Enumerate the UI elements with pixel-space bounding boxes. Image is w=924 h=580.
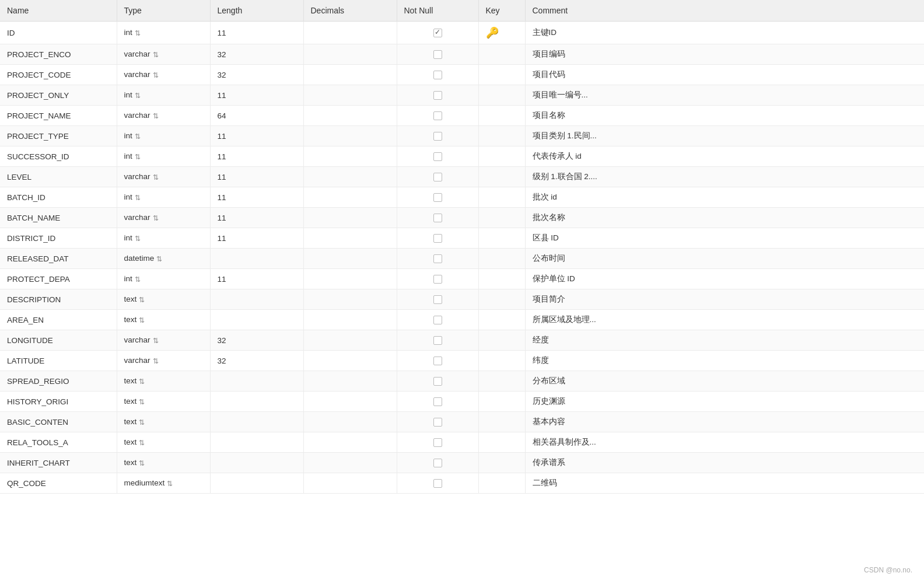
cell-notnull[interactable]: [397, 146, 478, 167]
cell-notnull[interactable]: [397, 330, 478, 351]
cell-notnull[interactable]: [397, 22, 478, 44]
sort-icon[interactable]: ⇅: [156, 255, 162, 263]
notnull-checkbox[interactable]: [433, 275, 442, 284]
notnull-checkbox[interactable]: [433, 295, 442, 304]
cell-notnull[interactable]: [397, 473, 478, 494]
sort-icon[interactable]: ⇅: [153, 337, 159, 345]
table-row[interactable]: LATITUDEvarchar⇅32纬度: [0, 351, 924, 371]
cell-notnull[interactable]: [397, 126, 478, 146]
notnull-checkbox[interactable]: [433, 254, 442, 263]
cell-notnull[interactable]: [397, 392, 478, 412]
notnull-checkbox[interactable]: [433, 418, 442, 427]
sort-icon[interactable]: ⇅: [139, 398, 145, 406]
cell-notnull[interactable]: [397, 310, 478, 330]
sort-icon[interactable]: ⇅: [167, 480, 173, 488]
sort-icon[interactable]: ⇅: [135, 275, 141, 284]
table-row[interactable]: BASIC_CONTENtext⇅基本内容: [0, 412, 924, 432]
table-row[interactable]: SUCCESSOR_IDint⇅11代表传承人 id: [0, 146, 924, 167]
table-row[interactable]: PROJECT_ONLYint⇅11项目唯一编号...: [0, 85, 924, 106]
sort-icon[interactable]: ⇅: [153, 112, 159, 120]
notnull-checkbox[interactable]: [433, 357, 442, 365]
notnull-checkbox[interactable]: [433, 234, 442, 243]
table-row[interactable]: HISTORY_ORIGItext⇅历史渊源: [0, 392, 924, 412]
sort-icon[interactable]: ⇅: [139, 316, 145, 324]
cell-notnull[interactable]: [397, 167, 478, 187]
sort-icon[interactable]: ⇅: [153, 214, 159, 222]
table-row[interactable]: PROJECT_CODEvarchar⇅32项目代码: [0, 65, 924, 85]
notnull-checkbox[interactable]: [433, 152, 442, 161]
sort-icon[interactable]: ⇅: [139, 378, 145, 386]
notnull-checkbox[interactable]: [433, 193, 442, 202]
cell-notnull[interactable]: [397, 289, 478, 310]
table-row[interactable]: PROTECT_DEPAint⇅11保护单位 ID: [0, 269, 924, 289]
sort-icon[interactable]: ⇅: [153, 357, 159, 365]
notnull-checkbox[interactable]: [433, 71, 442, 79]
notnull-checkbox[interactable]: [433, 173, 442, 181]
cell-notnull[interactable]: [397, 65, 478, 85]
cell-notnull[interactable]: [397, 106, 478, 126]
table-row[interactable]: RELA_TOOLS_Atext⇅相关器具制作及...: [0, 432, 924, 453]
cell-notnull[interactable]: [397, 412, 478, 432]
table-row[interactable]: SPREAD_REGIOtext⇅分布区域: [0, 371, 924, 392]
sort-icon[interactable]: ⇅: [153, 51, 159, 59]
sort-icon[interactable]: ⇅: [139, 296, 145, 304]
cell-notnull[interactable]: [397, 85, 478, 106]
notnull-checkbox[interactable]: [433, 91, 442, 100]
table-row[interactable]: DESCRIPTIONtext⇅项目简介: [0, 289, 924, 310]
sort-icon[interactable]: ⇅: [135, 235, 141, 243]
header-comment[interactable]: Comment: [525, 0, 924, 22]
sort-icon[interactable]: ⇅: [135, 194, 141, 202]
notnull-checkbox[interactable]: [433, 29, 442, 37]
table-row[interactable]: BATCH_IDint⇅11批次 id: [0, 187, 924, 208]
sort-icon[interactable]: ⇅: [135, 153, 141, 161]
table-row[interactable]: INHERIT_CHARTtext⇅传承谱系: [0, 453, 924, 473]
sort-icon[interactable]: ⇅: [139, 418, 145, 427]
sort-icon[interactable]: ⇅: [153, 173, 159, 181]
notnull-checkbox[interactable]: [433, 336, 442, 345]
sort-icon[interactable]: ⇅: [135, 132, 141, 141]
cell-notnull[interactable]: [397, 269, 478, 289]
notnull-checkbox[interactable]: [433, 316, 442, 324]
sort-icon[interactable]: ⇅: [139, 439, 145, 447]
table-row[interactable]: LEVELvarchar⇅11级别 1.联合国 2....: [0, 167, 924, 187]
header-type[interactable]: Type: [117, 0, 210, 22]
table-row[interactable]: PROJECT_NAMEvarchar⇅64项目名称: [0, 106, 924, 126]
notnull-checkbox[interactable]: [433, 438, 442, 447]
sort-icon[interactable]: ⇅: [139, 459, 145, 467]
sort-icon[interactable]: ⇅: [153, 71, 159, 79]
header-notnull[interactable]: Not Null: [397, 0, 478, 22]
notnull-checkbox[interactable]: [433, 377, 442, 386]
table-row[interactable]: QR_CODEmediumtext⇅二维码: [0, 473, 924, 494]
cell-notnull[interactable]: [397, 351, 478, 371]
notnull-checkbox[interactable]: [433, 459, 442, 467]
table-row[interactable]: RELEASED_DATdatetime⇅公布时间: [0, 249, 924, 269]
notnull-checkbox[interactable]: [433, 111, 442, 120]
sort-icon[interactable]: ⇅: [135, 92, 141, 100]
cell-notnull[interactable]: [397, 371, 478, 392]
table-row[interactable]: LONGITUDEvarchar⇅32经度: [0, 330, 924, 351]
cell-notnull[interactable]: [397, 208, 478, 228]
cell-notnull[interactable]: [397, 228, 478, 249]
cell-notnull[interactable]: [397, 249, 478, 269]
header-key[interactable]: Key: [478, 0, 525, 22]
cell-notnull[interactable]: [397, 453, 478, 473]
cell-name: PROJECT_ONLY: [0, 85, 117, 106]
table-row[interactable]: IDint⇅11🔑主键ID: [0, 22, 924, 44]
notnull-checkbox[interactable]: [433, 50, 442, 59]
table-row[interactable]: DISTRICT_IDint⇅11区县 ID: [0, 228, 924, 249]
table-row[interactable]: BATCH_NAMEvarchar⇅11批次名称: [0, 208, 924, 228]
cell-notnull[interactable]: [397, 44, 478, 65]
notnull-checkbox[interactable]: [433, 214, 442, 222]
header-decimals[interactable]: Decimals: [303, 0, 397, 22]
cell-notnull[interactable]: [397, 187, 478, 208]
header-length[interactable]: Length: [210, 0, 303, 22]
header-name[interactable]: Name: [0, 0, 117, 22]
cell-notnull[interactable]: [397, 432, 478, 453]
notnull-checkbox[interactable]: [433, 479, 442, 488]
notnull-checkbox[interactable]: [433, 397, 442, 406]
sort-icon[interactable]: ⇅: [135, 29, 141, 37]
table-row[interactable]: AREA_ENtext⇅所属区域及地理...: [0, 310, 924, 330]
table-row[interactable]: PROJECT_TYPEint⇅11项目类别 1.民间...: [0, 126, 924, 146]
notnull-checkbox[interactable]: [433, 132, 442, 141]
table-row[interactable]: PROJECT_ENCOvarchar⇅32项目编码: [0, 44, 924, 65]
